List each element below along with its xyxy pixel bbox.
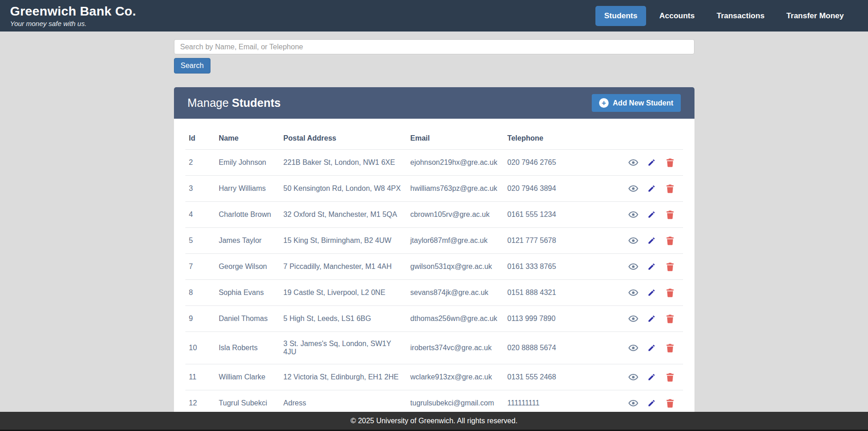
cell-email: dthomas256wn@gre.ac.uk bbox=[407, 306, 504, 332]
navbar: Greenwich Bank Co. Your money safe with … bbox=[0, 0, 868, 32]
cell-address: 32 Oxford St, Manchester, M1 5QA bbox=[280, 202, 407, 228]
view-icon[interactable] bbox=[628, 288, 638, 298]
cell-telephone: 020 8888 5674 bbox=[504, 332, 618, 364]
search-button[interactable]: Search bbox=[174, 58, 211, 74]
nav-item-accounts[interactable]: Accounts bbox=[651, 6, 703, 26]
delete-icon[interactable] bbox=[665, 262, 675, 272]
cell-address: 5 High St, Leeds, LS1 6BG bbox=[280, 306, 407, 332]
panel-header: Manage Students + Add New Student bbox=[174, 87, 694, 119]
edit-icon[interactable] bbox=[647, 184, 657, 194]
cell-email: gwilson531qx@gre.ac.uk bbox=[407, 254, 504, 280]
cell-actions bbox=[618, 228, 683, 254]
cell-telephone: 0131 555 2468 bbox=[504, 364, 618, 390]
plus-circle-icon: + bbox=[599, 98, 609, 108]
header-id: Id bbox=[185, 130, 215, 150]
cell-address: 221B Baker St, London, NW1 6XE bbox=[280, 150, 407, 176]
brand: Greenwich Bank Co. Your money safe with … bbox=[10, 4, 136, 27]
delete-icon[interactable] bbox=[665, 343, 675, 353]
header-email: Email bbox=[407, 130, 504, 150]
cell-telephone: 0151 888 4321 bbox=[504, 280, 618, 306]
cell-actions bbox=[618, 150, 683, 176]
cell-email: wclarke913zx@gre.ac.uk bbox=[407, 364, 504, 390]
delete-icon[interactable] bbox=[665, 288, 675, 298]
manage-students-panel: Manage Students + Add New Student bbox=[174, 87, 694, 412]
delete-icon[interactable] bbox=[665, 398, 675, 408]
delete-icon[interactable] bbox=[665, 210, 675, 220]
cell-name: Emily Johnson bbox=[215, 150, 280, 176]
cell-name: Harry Williams bbox=[215, 176, 280, 202]
search-input[interactable] bbox=[174, 39, 694, 54]
header-actions bbox=[618, 130, 683, 150]
delete-icon[interactable] bbox=[665, 184, 675, 194]
view-icon[interactable] bbox=[628, 314, 638, 324]
students-table-body: 2 Emily Johnson 221B Baker St, London, N… bbox=[185, 150, 683, 412]
edit-icon[interactable] bbox=[647, 236, 657, 246]
edit-icon[interactable] bbox=[647, 343, 657, 353]
view-icon[interactable] bbox=[628, 236, 638, 246]
search-section: Search bbox=[174, 39, 694, 74]
cell-name: Isla Roberts bbox=[215, 332, 280, 364]
footer: © 2025 University of Greenwich. All righ… bbox=[0, 412, 868, 431]
cell-id: 9 bbox=[185, 306, 215, 332]
cell-name: Daniel Thomas bbox=[215, 306, 280, 332]
view-icon[interactable] bbox=[628, 372, 638, 382]
delete-icon[interactable] bbox=[665, 158, 675, 168]
panel-body: Id Name Postal Address Email Telephone 2… bbox=[174, 119, 694, 412]
view-icon[interactable] bbox=[628, 158, 638, 168]
cell-address: 15 King St, Birmingham, B2 4UW bbox=[280, 228, 407, 254]
add-button-label: Add New Student bbox=[613, 99, 673, 107]
cell-id: 5 bbox=[185, 228, 215, 254]
cell-name: Charlotte Brown bbox=[215, 202, 280, 228]
view-icon[interactable] bbox=[628, 210, 638, 220]
nav-item-transfer-money[interactable]: Transfer Money bbox=[778, 6, 852, 26]
cell-email: hwilliams763pz@gre.ac.uk bbox=[407, 176, 504, 202]
cell-id: 12 bbox=[185, 390, 215, 412]
cell-actions bbox=[618, 202, 683, 228]
edit-icon[interactable] bbox=[647, 372, 657, 382]
cell-email: sevans874jk@gre.ac.uk bbox=[407, 280, 504, 306]
cell-actions bbox=[618, 306, 683, 332]
cell-id: 10 bbox=[185, 332, 215, 364]
add-new-student-button[interactable]: + Add New Student bbox=[592, 94, 680, 112]
cell-actions bbox=[618, 254, 683, 280]
table-row: 11 William Clarke 12 Victoria St, Edinbu… bbox=[185, 364, 683, 390]
table-row: 4 Charlotte Brown 32 Oxford St, Manchest… bbox=[185, 202, 683, 228]
cell-name: George Wilson bbox=[215, 254, 280, 280]
header-postal-address: Postal Address bbox=[280, 130, 407, 150]
table-row: 12 Tugrul Subekci Adress tugrulsubekci@g… bbox=[185, 390, 683, 412]
view-icon[interactable] bbox=[628, 262, 638, 272]
panel-title: Manage Students bbox=[188, 96, 281, 110]
edit-icon[interactable] bbox=[647, 314, 657, 324]
cell-address: 19 Castle St, Liverpool, L2 0NE bbox=[280, 280, 407, 306]
cell-email: iroberts374vc@gre.ac.uk bbox=[407, 332, 504, 364]
cell-telephone: 0113 999 7890 bbox=[504, 306, 618, 332]
table-row: 8 Sophia Evans 19 Castle St, Liverpool, … bbox=[185, 280, 683, 306]
edit-icon[interactable] bbox=[647, 288, 657, 298]
cell-address: 7 Piccadilly, Manchester, M1 4AH bbox=[280, 254, 407, 280]
cell-id: 3 bbox=[185, 176, 215, 202]
edit-icon[interactable] bbox=[647, 158, 657, 168]
nav-item-students[interactable]: Students bbox=[595, 6, 646, 26]
delete-icon[interactable] bbox=[665, 236, 675, 246]
delete-icon[interactable] bbox=[665, 372, 675, 382]
cell-email: tugrulsubekci@gmail.com bbox=[407, 390, 504, 412]
edit-icon[interactable] bbox=[647, 262, 657, 272]
delete-icon[interactable] bbox=[665, 314, 675, 324]
table-row: 5 James Taylor 15 King St, Birmingham, B… bbox=[185, 228, 683, 254]
nav-item-transactions[interactable]: Transactions bbox=[708, 6, 773, 26]
edit-icon[interactable] bbox=[647, 210, 657, 220]
view-icon[interactable] bbox=[628, 343, 638, 353]
students-table: Id Name Postal Address Email Telephone 2… bbox=[185, 130, 683, 412]
table-row: 9 Daniel Thomas 5 High St, Leeds, LS1 6B… bbox=[185, 306, 683, 332]
edit-icon[interactable] bbox=[647, 398, 657, 408]
table-header-row: Id Name Postal Address Email Telephone bbox=[185, 130, 683, 150]
view-icon[interactable] bbox=[628, 398, 638, 408]
cell-actions bbox=[618, 364, 683, 390]
view-icon[interactable] bbox=[628, 184, 638, 194]
cell-actions bbox=[618, 176, 683, 202]
cell-actions bbox=[618, 280, 683, 306]
cell-id: 4 bbox=[185, 202, 215, 228]
cell-email: cbrown105rv@gre.ac.uk bbox=[407, 202, 504, 228]
cell-name: James Taylor bbox=[215, 228, 280, 254]
cell-email: ejohnson219hx@gre.ac.uk bbox=[407, 150, 504, 176]
